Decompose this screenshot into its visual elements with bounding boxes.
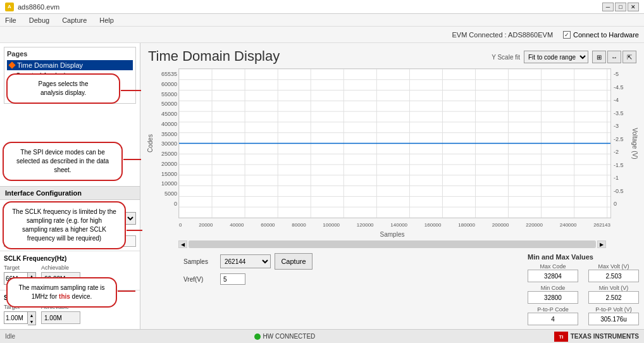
samples-vref-area: Samples 262144 Capture Vref(V) (183, 253, 313, 285)
x-tick-80000: 80000 (292, 222, 306, 228)
evm-status: EVM Connected : ADS8860EVM (452, 31, 553, 39)
menu-capture[interactable]: Capture (59, 16, 89, 24)
p2p-volt-header: P-to-P Volt (V) (588, 306, 639, 313)
page-item-time-domain[interactable]: Time Domain Display (7, 60, 133, 70)
minmax-title: Min and Max Values (528, 253, 639, 261)
y-tick-50000: 50000 (156, 101, 177, 107)
y-tick-15000: 15000 (156, 171, 177, 177)
min-code-value: 32800 (528, 291, 578, 304)
capture-button[interactable]: Capture (275, 253, 313, 270)
annotation-arrow-2 (123, 159, 141, 160)
ti-logo: TI TEXAS INSTRUMENTS (554, 332, 639, 342)
y-tick-20000: 20000 (156, 161, 177, 167)
min-volt-header: Min Volt (V) (588, 285, 639, 291)
close-button[interactable]: ✕ (628, 3, 639, 11)
y-tick-r-n15: -1.5 (614, 162, 628, 168)
annotation-pages-text: Pages selects theanalysis display. (39, 80, 89, 96)
p2p-code-header: P-to-P Code (528, 306, 578, 313)
min-code-header: Min Code (528, 285, 578, 291)
y-tick-40000: 40000 (156, 121, 177, 127)
menu-help[interactable]: Help (97, 16, 116, 24)
samples-label: Samples (183, 258, 216, 265)
chart-area: Codes 65535 60000 55000 50000 45000 4000… (140, 67, 644, 218)
x-ticks: 0 20000 40000 60000 80000 100000 120000 … (179, 222, 610, 228)
hw-connected-indicator: HW CONNECTED (254, 333, 316, 340)
pages-label: Pages (7, 50, 133, 58)
y-tick-r-n5: -5 (614, 71, 628, 77)
app-icon: A (5, 3, 14, 11)
hw-connected-label: HW CONNECTED (263, 333, 316, 340)
annotation-sampling: The maximum sampling rate is1MHz for thi… (6, 277, 117, 308)
main-layout: Pages selects theanalysis display. The S… (0, 43, 644, 329)
chart-svg (179, 69, 610, 218)
y-tick-5000: 5000 (156, 190, 177, 197)
max-volt-value: 2.503 (588, 270, 639, 282)
vref-input[interactable] (220, 273, 245, 285)
x-tick-160000: 160000 (424, 222, 442, 228)
vref-row: Vref(V) (183, 273, 313, 285)
scroll-left-btn[interactable]: ◀ (178, 240, 187, 248)
maximize-button[interactable]: □ (615, 3, 626, 11)
y-tick-r-n2: -2 (614, 149, 628, 155)
x-tick-180000: 180000 (458, 222, 475, 228)
right-header: Time Domain Display Y Scale fit Fit to c… (140, 43, 644, 67)
titlebar-left: A ads8860.evm (5, 3, 59, 11)
page-title: Time Domain Display (148, 48, 280, 65)
minmax-right-col: Max Volt (V) 2.503 Min Volt (V) 2.502 P-… (588, 263, 639, 325)
ti-logo-svg: TI (555, 332, 567, 341)
annotation-spi-text: The SPI device modes can beselected as d… (16, 149, 109, 173)
titlebar: A ads8860.evm ─ □ ✕ (0, 0, 644, 14)
chart-plot: 0 20000 40000 60000 80000 100000 120000 … (178, 68, 611, 218)
scrollbar-track[interactable] (189, 240, 596, 248)
samples-select[interactable]: 262144 (220, 254, 271, 268)
minmax-left-col: Max Code 32804 Min Code 32800 P-to-P Cod… (528, 263, 578, 325)
y-scale-select[interactable]: Fit to code range (524, 51, 588, 63)
sclk-title: SCLK Frequency(Hz) (4, 255, 136, 262)
min-volt-value: 2.502 (588, 291, 639, 304)
connect-checkbox[interactable]: ✓ (563, 31, 571, 39)
sclk-target-label: Target (4, 265, 36, 271)
sampling-achievable-value: 1.00M (41, 311, 80, 324)
y-ticks-left: 65535 60000 55000 50000 45000 40000 3500… (154, 68, 178, 218)
toolbar-btn-3[interactable]: ⇱ (622, 51, 636, 63)
x-tick-200000: 200000 (492, 222, 509, 228)
annotation-sclk: The SCLK frequency is limited by thesamp… (3, 201, 126, 249)
max-code-header: Max Code (528, 263, 578, 270)
sampling-target-input-group: ▲ ▼ (4, 311, 36, 325)
y-tick-45000: 45000 (156, 111, 177, 117)
scrollbar-thumb (189, 241, 595, 247)
menu-debug[interactable]: Debug (27, 16, 52, 24)
connect-label: Connect to Hardware (573, 31, 639, 39)
scroll-right-btn[interactable]: ▶ (597, 240, 606, 248)
connect-hardware[interactable]: ✓ Connect to Hardware (563, 31, 639, 39)
annotation-spi: The SPI device modes can beselected as d… (3, 142, 123, 181)
titlebar-controls: ─ □ ✕ (602, 3, 639, 11)
sampling-spin: ▲ ▼ (28, 311, 36, 325)
x-tick-262143: 262143 (593, 222, 610, 228)
menu-file[interactable]: File (3, 16, 19, 24)
annotation-arrow-4 (118, 290, 135, 292)
toolbar-row: Y Scale fit Fit to code range ⊞ ↔ ⇱ (492, 51, 636, 63)
right-panel: Time Domain Display Y Scale fit Fit to c… (140, 43, 644, 329)
y-scale-label: Y Scale fit (492, 54, 520, 61)
toolbar-btn-1[interactable]: ⊞ (592, 51, 606, 63)
minimize-button[interactable]: ─ (602, 3, 614, 11)
statusbar-bottom: Idle HW CONNECTED TI TEXAS INSTRUMENTS (0, 329, 644, 343)
vref-label: Vref(V) (183, 276, 216, 283)
sampling-spin-up[interactable]: ▲ (28, 312, 35, 318)
statusbar-top: EVM Connected : ADS8860EVM ✓ Connect to … (0, 27, 644, 43)
y-tick-r-0: 0 (614, 201, 628, 207)
annotation-arrow-3 (127, 230, 142, 231)
sampling-spin-down[interactable]: ▼ (28, 318, 35, 325)
annotation-arrow-1 (121, 90, 141, 91)
x-tick-140000: 140000 (390, 222, 407, 228)
y-tick-r-n35: -3.5 (614, 110, 628, 116)
sampling-target-input[interactable] (4, 311, 28, 324)
toolbar-buttons: ⊞ ↔ ⇱ (592, 51, 636, 63)
annotation-sampling-text: The maximum sampling rate is1MHz for thi… (18, 284, 104, 300)
y-axis-right-label: Voltage (V) (630, 68, 639, 218)
annotation-sclk-text: The SCLK frequency is limited by thesamp… (12, 208, 116, 242)
y-tick-r-n4: -4 (614, 97, 628, 103)
y-tick-55000: 55000 (156, 91, 177, 97)
toolbar-btn-2[interactable]: ↔ (607, 51, 621, 63)
